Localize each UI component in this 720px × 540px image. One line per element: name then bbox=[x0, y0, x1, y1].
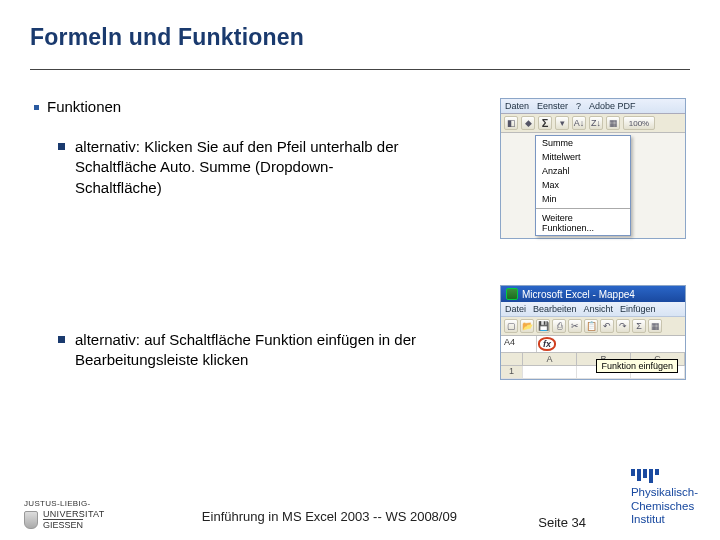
sort-asc-icon: A↓ bbox=[572, 116, 586, 130]
cell bbox=[523, 366, 577, 378]
bullet-alt1: alternativ: Klicken Sie auf den Pfeil un… bbox=[58, 137, 418, 198]
toolbar-button-icon: ↷ bbox=[616, 319, 630, 333]
bullet-alt2: alternativ: auf Schaltfläche Funktion ei… bbox=[58, 330, 418, 371]
col-header-a: A bbox=[523, 353, 577, 365]
logo-institut: Physikalisch- Chemisches Institut bbox=[631, 469, 698, 526]
menu-adobe-pdf: Adobe PDF bbox=[589, 101, 636, 111]
slide-title: Formeln und Funktionen bbox=[30, 24, 690, 51]
bullet-alt2-text: alternativ: auf Schaltfläche Funktion ei… bbox=[75, 330, 418, 371]
dropdown-item-anzahl: Anzahl bbox=[536, 164, 630, 178]
footer-page-number: Seite 34 bbox=[538, 515, 586, 530]
autosumme-dropdown-menu: Summe Mittelwert Anzahl Max Min Weitere … bbox=[535, 135, 631, 236]
excel-titlebar: Microsoft Excel - Mappe4 bbox=[501, 286, 685, 302]
autosumme-button: Σ bbox=[538, 116, 552, 130]
toolbar-button-icon: ▦ bbox=[606, 116, 620, 130]
logo-text-giessen: GIESSEN bbox=[43, 519, 83, 530]
dropdown-item-mittelwert: Mittelwert bbox=[536, 150, 630, 164]
dropdown-item-min: Min bbox=[536, 192, 630, 206]
open-icon: 📂 bbox=[520, 319, 534, 333]
bullet-square-icon bbox=[58, 143, 65, 150]
sort-desc-icon: Z↓ bbox=[589, 116, 603, 130]
toolbar-button-icon: Σ bbox=[632, 319, 646, 333]
logo-text-universitat: UNIVERSITAT bbox=[43, 510, 104, 519]
bullet-dot-icon bbox=[34, 105, 39, 110]
toolbar-button-icon: 📋 bbox=[584, 319, 598, 333]
dropdown-arrow-icon: ▾ bbox=[555, 116, 569, 130]
institute-logo-bars-icon bbox=[631, 469, 659, 483]
logo-text-justus-liebig: JUSTUS-LIEBIG- bbox=[24, 499, 104, 508]
institute-line2: Chemisches bbox=[631, 500, 694, 513]
menu-bearbeiten: Bearbeiten bbox=[533, 304, 577, 314]
row-header-1: 1 bbox=[501, 366, 523, 378]
zoom-box: 100% bbox=[623, 116, 655, 130]
menu-ansicht: Ansicht bbox=[584, 304, 614, 314]
tooltip-funktion-einfuegen: Funktion einfügen bbox=[596, 359, 678, 373]
dropdown-item-summe: Summe bbox=[536, 136, 630, 150]
menu-fenster: Eenster bbox=[537, 101, 568, 111]
menu-daten: Daten bbox=[505, 101, 529, 111]
excel-menubar: Datei Bearbeiten Ansicht Einfügen bbox=[501, 302, 685, 317]
bullet-alt1-text: alternativ: Klicken Sie auf den Pfeil un… bbox=[75, 137, 418, 198]
toolbar-button-icon: ◧ bbox=[504, 116, 518, 130]
screenshot-autosumme-dropdown: Daten Eenster ? Adobe PDF ◧ ◆ Σ ▾ A↓ Z↓ … bbox=[500, 98, 686, 239]
title-divider bbox=[30, 69, 690, 70]
menu-datei: Datei bbox=[505, 304, 526, 314]
print-icon: ⎙ bbox=[552, 319, 566, 333]
excel-window-title: Microsoft Excel - Mappe4 bbox=[522, 289, 635, 300]
bullet-level1: Funktionen bbox=[34, 98, 480, 115]
dropdown-separator bbox=[536, 208, 630, 209]
screenshot-fx-wrapper: Microsoft Excel - Mappe4 Datei Bearbeite… bbox=[500, 285, 690, 380]
excel-toolbar: ◧ ◆ Σ ▾ A↓ Z↓ ▦ 100% bbox=[501, 114, 685, 133]
insert-function-button: fx bbox=[538, 337, 556, 351]
excel-toolbar: ▢ 📂 💾 ⎙ ✂ 📋 ↶ ↷ Σ ▦ bbox=[501, 317, 685, 336]
formula-bar bbox=[557, 336, 685, 352]
toolbar-button-icon: ▦ bbox=[648, 319, 662, 333]
new-icon: ▢ bbox=[504, 319, 518, 333]
institute-line1: Physikalisch- bbox=[631, 486, 698, 499]
footer-course-title: Einführung in MS Excel 2003 -- WS 2008/0… bbox=[202, 509, 457, 530]
dropdown-item-weitere: Weitere Funktionen... bbox=[536, 211, 630, 235]
save-icon: 💾 bbox=[536, 319, 550, 333]
bullet-square-icon bbox=[58, 336, 65, 343]
logo-uni-giessen: JUSTUS-LIEBIG- UNIVERSITAT GIESSEN bbox=[24, 499, 104, 530]
bullet-level1-text: Funktionen bbox=[47, 98, 121, 115]
shield-icon bbox=[24, 511, 38, 529]
formula-bar-row: A4 fx bbox=[501, 336, 685, 353]
select-all-corner bbox=[501, 353, 523, 365]
toolbar-button-icon: ◆ bbox=[521, 116, 535, 130]
dropdown-item-max: Max bbox=[536, 178, 630, 192]
menu-help: ? bbox=[576, 101, 581, 111]
toolbar-button-icon: ✂ bbox=[568, 319, 582, 333]
toolbar-button-icon: ↶ bbox=[600, 319, 614, 333]
name-box: A4 bbox=[501, 336, 537, 352]
menu-einfuegen: Einfügen bbox=[620, 304, 656, 314]
excel-menubar: Daten Eenster ? Adobe PDF bbox=[501, 99, 685, 114]
institute-line3: Institut bbox=[631, 513, 665, 526]
excel-app-icon bbox=[506, 288, 518, 300]
